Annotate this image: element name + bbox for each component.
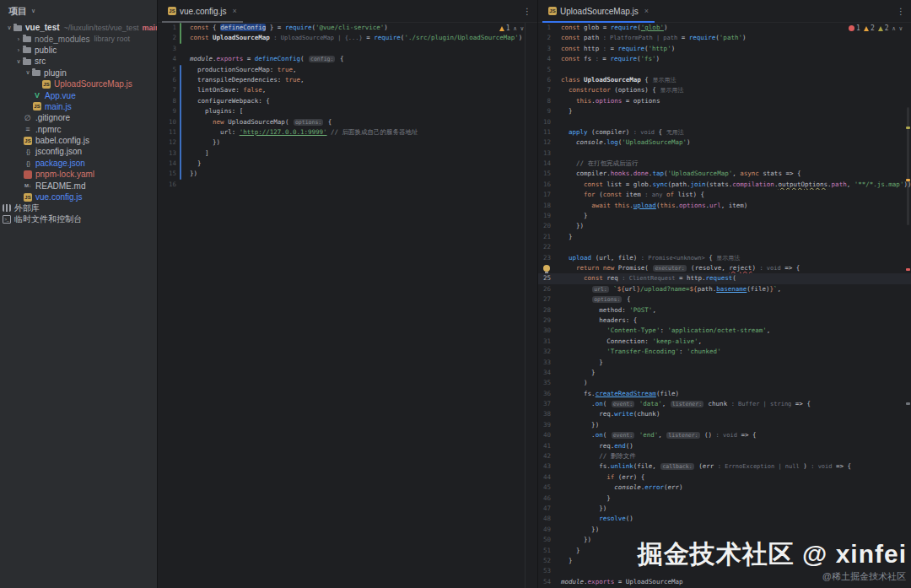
code-line[interactable]: 40 .on( event: 'end', listener: () : voi… xyxy=(538,430,911,440)
close-icon[interactable]: × xyxy=(233,7,237,15)
line-number[interactable]: 37 xyxy=(538,399,551,409)
code-line[interactable]: 19 } xyxy=(538,211,911,221)
code-line[interactable]: 4module.exports = defineConfig( config: … xyxy=(158,54,537,64)
code-line[interactable]: 35 ) xyxy=(538,378,911,388)
code-line[interactable]: 3const http : = require('http') xyxy=(538,44,911,54)
code-line[interactable]: 21 } xyxy=(538,232,911,242)
line-number[interactable]: 14 xyxy=(158,159,176,169)
line-number[interactable]: 29 xyxy=(538,316,551,326)
code-line[interactable]: 10 xyxy=(538,117,911,127)
code-line[interactable]: 6class UploadSourceMap { 显示用法 xyxy=(538,75,911,85)
code-line[interactable]: 11 apply (compiler) : void { 无用法 xyxy=(538,127,911,138)
tree-item[interactable]: JSmain.js xyxy=(0,101,157,112)
line-number[interactable]: 14 xyxy=(538,159,551,169)
code-line[interactable]: 32 'Transfer-Encoding': 'chunked' xyxy=(538,347,911,357)
line-number[interactable]: 6 xyxy=(538,75,551,85)
line-number[interactable]: 22 xyxy=(538,242,551,252)
code-line[interactable]: 33 } xyxy=(538,358,911,368)
code-line[interactable]: 16 xyxy=(158,180,537,190)
tree-item[interactable]: 外部库 xyxy=(0,202,157,213)
line-number[interactable]: 48 xyxy=(538,514,551,524)
line-number[interactable]: 8 xyxy=(538,96,551,106)
tab-options-kebab-icon[interactable]: ⋮ xyxy=(897,7,911,16)
line-number[interactable]: 12 xyxy=(158,138,176,148)
line-number[interactable]: 20 xyxy=(538,221,551,231)
comment-stripe-mark[interactable] xyxy=(906,402,910,405)
line-number[interactable]: 28 xyxy=(538,305,551,316)
tab-upload-source-map-js[interactable]: JS UploadSourceMap.js × xyxy=(542,0,655,22)
code-line[interactable]: 39 }) xyxy=(538,420,911,430)
vcs-change-marker[interactable] xyxy=(180,65,181,180)
next-problem-icon[interactable]: ∨ xyxy=(899,25,903,32)
line-number[interactable]: 45 xyxy=(538,483,551,493)
chevron-right-icon[interactable]: › xyxy=(14,47,23,53)
close-icon[interactable]: × xyxy=(644,7,649,15)
tree-item[interactable]: JSvue.config.js xyxy=(0,192,157,202)
line-number[interactable]: 36 xyxy=(538,389,551,399)
line-number[interactable]: 12 xyxy=(538,138,551,148)
line-number[interactable]: 18 xyxy=(538,201,551,211)
code-line[interactable]: 48 resolve() xyxy=(538,514,911,524)
previous-problem-icon[interactable]: ∧ xyxy=(514,25,517,32)
code-line[interactable]: 5 xyxy=(538,65,911,75)
code-line[interactable]: 3 xyxy=(158,44,537,54)
code-line[interactable]: 29 headers: { xyxy=(538,316,911,326)
code-line[interactable]: 30 'Content-Type': 'application/octet-st… xyxy=(538,326,911,336)
code-line[interactable]: 41 req.end() xyxy=(538,441,911,451)
code-line[interactable]: 14 // 在打包完成后运行 xyxy=(538,159,911,169)
line-number[interactable]: 43 xyxy=(538,461,551,472)
line-number[interactable]: 2 xyxy=(538,33,551,43)
code-line[interactable]: 8 this.options = options xyxy=(538,96,911,106)
line-number[interactable]: 53 xyxy=(538,566,551,576)
line-number[interactable]: 39 xyxy=(538,420,551,430)
code-line[interactable]: 2const path : PlatformPath | path = requ… xyxy=(538,33,911,43)
line-number[interactable]: 17 xyxy=(538,190,551,200)
line-number[interactable]: 15 xyxy=(158,169,176,179)
tree-item[interactable]: ›node_moduleslibrary root xyxy=(0,33,157,44)
code-line[interactable]: return new Promise( executor: (resolve, … xyxy=(538,263,911,273)
tree-item[interactable]: { }jsconfig.json xyxy=(0,146,157,157)
line-number[interactable]: 4 xyxy=(158,54,176,64)
line-number[interactable]: 40 xyxy=(538,430,551,440)
code-editor-upload-source-map[interactable]: 1const glob = require('glob')2const path… xyxy=(538,23,911,588)
line-number[interactable]: 8 xyxy=(158,96,176,106)
tree-item[interactable]: ≡.npmrc xyxy=(0,124,157,135)
tree-item[interactable]: ∅.gitignore xyxy=(0,112,157,123)
line-number[interactable]: 19 xyxy=(538,211,551,221)
line-number[interactable]: 13 xyxy=(538,148,551,159)
code-line[interactable]: 1const { defineConfig } = require('@vue/… xyxy=(158,23,537,33)
line-number[interactable]: 7 xyxy=(158,85,176,95)
line-number[interactable]: 41 xyxy=(538,441,551,451)
error-badge[interactable]: 1 xyxy=(849,24,860,32)
code-line[interactable]: 46 } xyxy=(538,494,911,504)
line-number[interactable]: 33 xyxy=(538,358,551,368)
line-number[interactable]: 46 xyxy=(538,494,551,504)
warning-badge[interactable]: 2 xyxy=(864,24,875,32)
code-line[interactable]: 26 url: `${url}/upload?name=${path.basen… xyxy=(538,284,911,294)
tab-options-kebab-icon[interactable]: ⋮ xyxy=(523,7,537,16)
line-number[interactable]: 47 xyxy=(538,504,551,514)
chevron-down-icon[interactable]: ∨ xyxy=(24,69,32,76)
tree-item[interactable]: ›public xyxy=(0,45,157,56)
code-line[interactable]: 34 } xyxy=(538,368,911,378)
code-line[interactable]: 25 const req : ClientRequest = http.requ… xyxy=(538,273,911,283)
code-line[interactable]: 22 xyxy=(538,242,911,252)
tree-item[interactable]: { }package.json xyxy=(0,158,157,169)
line-number[interactable]: 10 xyxy=(158,117,176,127)
vcs-change-marker[interactable] xyxy=(180,23,181,44)
project-panel-header[interactable]: 项目 ∨ xyxy=(0,0,157,22)
code-line[interactable]: 9 } xyxy=(538,106,911,116)
code-line[interactable]: 37 .on( event: 'data', listener: chunk :… xyxy=(538,399,911,409)
line-number[interactable]: 13 xyxy=(158,148,176,159)
line-number[interactable]: 10 xyxy=(538,117,551,127)
code-line[interactable]: 27 options: { xyxy=(538,294,911,305)
tree-item[interactable]: ∨src xyxy=(0,56,157,67)
line-number[interactable]: 11 xyxy=(538,127,551,138)
warning-badge[interactable]: 1 xyxy=(499,24,510,32)
line-number[interactable]: 6 xyxy=(158,75,176,85)
code-line[interactable]: 36 fs.createReadStream(file) xyxy=(538,389,911,399)
line-number[interactable]: 34 xyxy=(538,368,551,378)
code-line[interactable]: 17 for (const item : any of list) { xyxy=(538,190,911,200)
next-problem-icon[interactable]: ∨ xyxy=(520,25,524,32)
chevron-down-icon[interactable]: ∨ xyxy=(5,24,13,31)
